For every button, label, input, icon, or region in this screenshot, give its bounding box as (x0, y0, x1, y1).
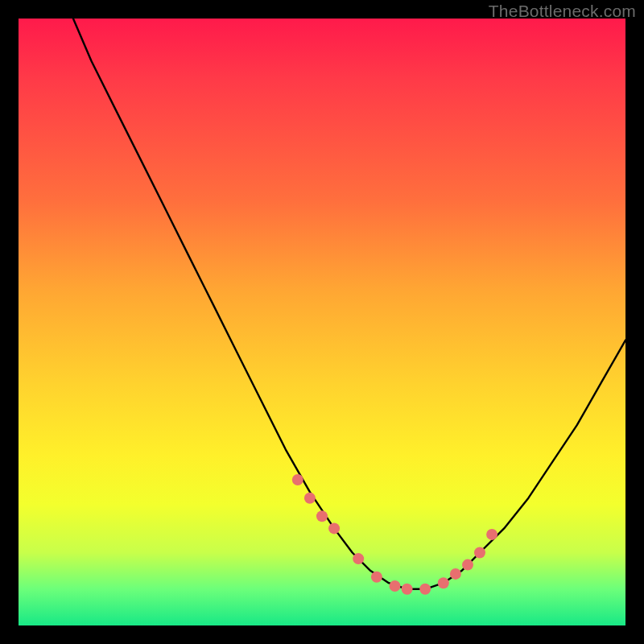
marker-dot (438, 577, 449, 588)
marker-dot (402, 584, 413, 595)
marker-dot (353, 553, 364, 564)
marker-dot (450, 568, 461, 580)
marker-dot (486, 529, 497, 540)
chart-svg (19, 19, 625, 625)
marker-dot (292, 474, 303, 485)
plot-area (19, 19, 625, 625)
marker-dot (328, 522, 340, 534)
marker-dot (390, 580, 401, 592)
marker-dot (474, 547, 485, 559)
marker-dot (316, 510, 328, 522)
marker-dot (304, 493, 316, 504)
bottleneck-curve-line (73, 19, 625, 589)
marker-group (292, 474, 497, 595)
chart-stage: TheBottleneck.com (0, 0, 644, 644)
marker-dot (462, 559, 473, 571)
watermark-text: TheBottleneck.com (489, 2, 636, 21)
marker-dot (419, 584, 431, 595)
marker-dot (371, 572, 382, 583)
